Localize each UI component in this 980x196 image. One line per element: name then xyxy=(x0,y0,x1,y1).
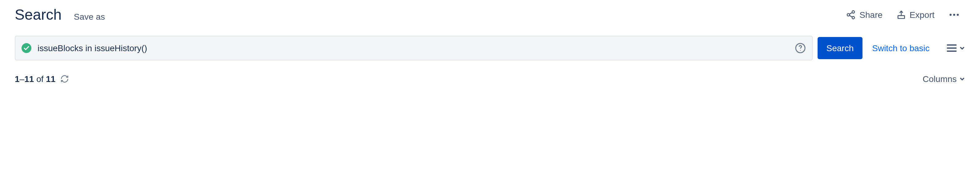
svg-rect-5 xyxy=(897,16,904,18)
more-horizontal-icon xyxy=(948,9,960,21)
chevron-down-icon xyxy=(959,45,965,51)
refresh-icon[interactable] xyxy=(60,75,69,83)
count-from: 1 xyxy=(15,74,20,83)
valid-query-icon xyxy=(22,43,31,53)
export-label: Export xyxy=(910,10,934,20)
count-of-word: of xyxy=(36,74,43,83)
share-label: Share xyxy=(859,10,883,20)
list-view-icon xyxy=(947,44,958,52)
svg-point-8 xyxy=(957,14,959,16)
search-button[interactable]: Search xyxy=(818,37,862,59)
svg-point-7 xyxy=(953,14,955,16)
count-total: 11 xyxy=(46,74,56,83)
header-left: Search Save as xyxy=(15,6,105,23)
count-to: 11 xyxy=(24,74,34,83)
page-title: Search xyxy=(15,6,62,23)
svg-point-6 xyxy=(950,14,952,16)
results-meta-row: 1–11 of 11 Columns xyxy=(15,74,965,83)
search-bar-row: Search Switch to basic xyxy=(15,36,965,60)
share-button[interactable]: Share xyxy=(841,6,888,23)
switch-to-basic-link[interactable]: Switch to basic xyxy=(872,43,929,53)
header-actions: Share Export xyxy=(841,5,965,25)
export-button[interactable]: Export xyxy=(891,6,939,23)
svg-point-11 xyxy=(800,50,801,51)
jql-input-container[interactable] xyxy=(15,36,813,60)
save-as-button[interactable]: Save as xyxy=(74,12,105,22)
columns-label: Columns xyxy=(923,74,957,83)
svg-line-4 xyxy=(850,15,852,17)
page-header: Search Save as Share Export xyxy=(15,5,965,25)
chevron-down-icon xyxy=(959,76,965,82)
svg-point-2 xyxy=(852,16,854,19)
help-icon[interactable] xyxy=(795,43,806,54)
columns-button[interactable]: Columns xyxy=(923,74,966,83)
svg-point-0 xyxy=(852,11,854,13)
result-count: 1–11 of 11 xyxy=(15,74,69,83)
svg-point-1 xyxy=(847,14,850,16)
jql-input[interactable] xyxy=(38,43,789,53)
svg-line-3 xyxy=(850,13,852,14)
more-actions-button[interactable] xyxy=(943,5,965,25)
share-icon xyxy=(846,10,856,20)
layout-toggle-button[interactable] xyxy=(947,44,965,52)
export-icon xyxy=(896,10,906,20)
